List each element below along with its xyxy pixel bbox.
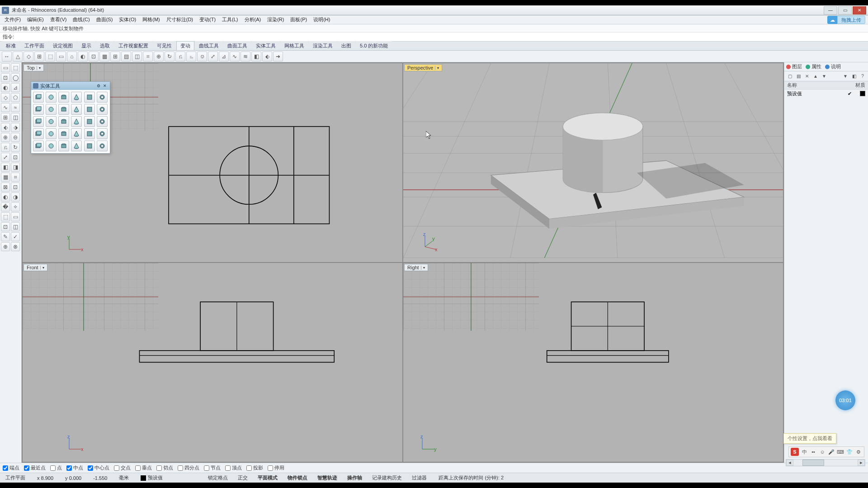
delete-layer-icon[interactable]: ✕ <box>803 73 811 80</box>
solid-tool-button[interactable] <box>33 141 44 151</box>
osnap-toggle[interactable]: 切点 <box>156 465 173 471</box>
osnap-toggle[interactable]: 停用 <box>268 465 284 471</box>
toolbar-button[interactable]: ⊡ <box>89 52 99 61</box>
toolbar-button[interactable]: ⬖ <box>262 52 272 61</box>
close-button[interactable]: ✕ <box>853 6 866 14</box>
toolbar-button[interactable]: ⤢ <box>208 52 218 61</box>
toolbar-button[interactable]: ⌗ <box>143 52 153 61</box>
menu-item[interactable]: 查看(V) <box>47 15 70 24</box>
toolbar-button[interactable]: △ <box>13 52 23 61</box>
toolbar-button[interactable]: ◐ <box>78 52 88 61</box>
solid-tool-button[interactable] <box>97 141 108 151</box>
status-toggle[interactable]: 操作轴 <box>344 474 365 482</box>
ime-lang-icon[interactable]: 中 <box>801 448 808 455</box>
menu-item[interactable]: 说明(H) <box>311 15 333 24</box>
toolbar-button[interactable]: ⎌ <box>175 52 185 61</box>
solid-tool-button[interactable] <box>71 141 82 151</box>
side-tool-button[interactable]: ✎ <box>1 232 10 241</box>
side-tool-button[interactable]: ◐ <box>1 192 10 202</box>
ime-keyboard-icon[interactable]: ⌨ <box>837 448 844 455</box>
osnap-toggle[interactable]: 投影 <box>246 465 263 471</box>
viewport-top[interactable]: yx Top▾ 实体工具 ⚙ ✕ <box>23 63 402 262</box>
solid-tool-button[interactable] <box>46 92 57 103</box>
status-toggle[interactable]: 正交 <box>235 474 250 482</box>
status-cplane[interactable]: 工作平面 <box>3 474 28 482</box>
command-input[interactable] <box>16 34 865 40</box>
menu-item[interactable]: 分析(A) <box>242 15 264 24</box>
toolbar-tab[interactable]: 5.0 的新功能 <box>356 41 392 50</box>
move-down-icon[interactable]: ▼ <box>821 73 828 80</box>
solid-tool-button[interactable] <box>33 92 44 103</box>
solid-tool-button[interactable] <box>84 128 95 139</box>
side-tool-button[interactable]: ◯ <box>11 73 20 82</box>
side-tool-button[interactable]: ▭ <box>11 212 20 221</box>
solid-tool-button[interactable] <box>97 92 108 103</box>
toolbar-button[interactable]: ▭ <box>56 52 66 61</box>
palette-pin-icon[interactable]: ⚙ <box>95 83 102 89</box>
osnap-toggle[interactable]: 中心点 <box>88 465 109 471</box>
menu-item[interactable]: 尺寸标注(D) <box>164 15 196 24</box>
viewport-right[interactable]: zy Right▾ <box>403 263 783 462</box>
osnap-toggle[interactable]: 四分点 <box>178 465 199 471</box>
toolbar-button[interactable]: ↔ <box>2 52 12 61</box>
viewport-title-right[interactable]: Right▾ <box>404 264 428 271</box>
side-tool-button[interactable]: ⬚ <box>11 63 20 72</box>
status-toggle[interactable]: 智慧轨迹 <box>315 474 340 482</box>
side-tool-button[interactable]: ◧ <box>1 163 10 172</box>
side-tool-button[interactable]: ▭ <box>1 63 10 72</box>
solid-tool-button[interactable] <box>46 104 57 115</box>
solid-tool-button[interactable] <box>33 104 44 115</box>
side-tool-button[interactable]: ⊕ <box>1 133 10 142</box>
ime-toolbar[interactable]: S 中 •• ☺ 🎤 ⌨ 👕 ⚙ <box>788 446 864 457</box>
solid-tool-button[interactable] <box>71 128 82 139</box>
ime-punct-icon[interactable]: •• <box>810 448 817 455</box>
side-tool-button[interactable]: ◑ <box>11 192 20 202</box>
toolbar-tab[interactable]: 曲面工具 <box>223 41 251 50</box>
side-tool-button[interactable]: ⌗ <box>11 173 20 182</box>
ime-skin-icon[interactable]: 👕 <box>846 448 853 455</box>
menu-item[interactable]: 文件(F) <box>2 15 24 24</box>
maximize-button[interactable]: ▭ <box>838 6 852 14</box>
scroll-right-icon[interactable]: ► <box>858 460 865 466</box>
toolbar-button[interactable]: ⊞ <box>34 52 44 61</box>
right-panel-hscroll[interactable]: ◄ ► <box>786 459 865 466</box>
side-tool-button[interactable]: � <box>1 202 10 211</box>
toolbar-tab[interactable]: 工作视窗配置 <box>114 41 152 50</box>
menu-item[interactable]: 网格(M) <box>140 15 163 24</box>
side-tool-button[interactable]: ⊠ <box>1 183 10 192</box>
solid-tool-button[interactable] <box>58 116 69 127</box>
side-tool-button[interactable]: ⤢ <box>1 153 10 162</box>
side-tool-button[interactable]: ⊡ <box>1 73 10 82</box>
cloud-upload-button[interactable]: ☁ 拖拽上传 <box>827 16 865 24</box>
osnap-toggle[interactable]: 点 <box>50 465 62 471</box>
side-tool-button[interactable]: ⊡ <box>1 222 10 231</box>
help-icon[interactable]: ? <box>859 73 866 80</box>
tools-icon[interactable]: ◧ <box>850 73 858 80</box>
side-tool-button[interactable]: ⬖ <box>1 123 10 132</box>
scroll-left-icon[interactable]: ◄ <box>786 460 793 466</box>
side-tool-button[interactable]: ◨ <box>11 163 20 172</box>
osnap-toggle[interactable]: 中点 <box>66 465 83 471</box>
new-sublayer-icon[interactable]: ▤ <box>795 73 802 80</box>
toolbar-tab[interactable]: 可见性 <box>153 41 176 50</box>
solid-tool-button[interactable] <box>97 116 108 127</box>
osnap-toggle[interactable]: 最近点 <box>24 465 46 471</box>
status-toggle[interactable]: 平面模式 <box>255 474 280 482</box>
status-layer[interactable]: 预设值 <box>138 474 165 482</box>
menu-item[interactable]: 曲面(S) <box>94 15 116 24</box>
side-tool-button[interactable]: ◫ <box>11 113 20 122</box>
viewport-menu-dropdown[interactable]: ▾ <box>421 266 425 270</box>
side-tool-button[interactable]: ✧ <box>11 202 20 211</box>
toolbar-button[interactable]: ⌂ <box>67 52 77 61</box>
side-tool-button[interactable]: ⬠ <box>11 93 20 102</box>
side-tool-button[interactable]: ⊞ <box>1 113 10 122</box>
side-tool-button[interactable]: ▦ <box>1 173 10 182</box>
toolbar-tab[interactable]: 显示 <box>77 41 95 50</box>
timer-badge[interactable]: 03:01 <box>835 390 855 410</box>
side-tool-button[interactable]: ⊖ <box>11 133 20 142</box>
ime-emoji-icon[interactable]: ☺ <box>819 448 826 455</box>
viewport-title-front[interactable]: Front▾ <box>24 264 47 271</box>
toolbar-tab[interactable]: 标准 <box>2 41 20 50</box>
solid-tools-palette[interactable]: 实体工具 ⚙ ✕ <box>31 81 110 154</box>
solid-tool-button[interactable] <box>33 128 44 139</box>
